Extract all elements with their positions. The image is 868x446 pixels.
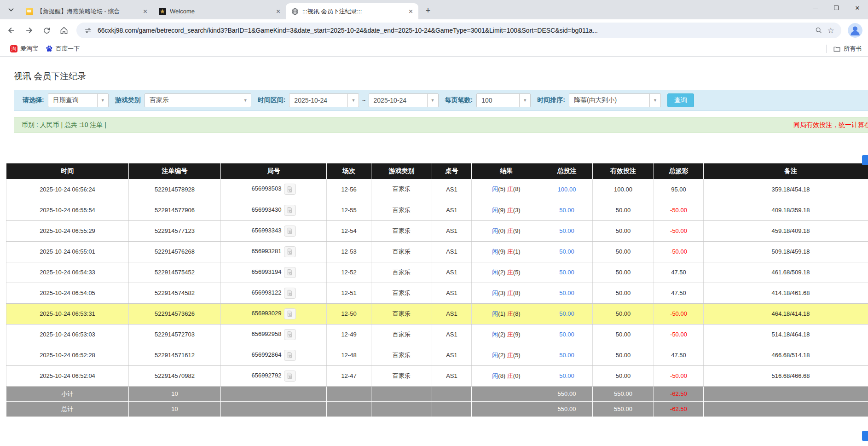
search-button[interactable]: 查询: [667, 93, 694, 107]
cell-round: 656992958: [221, 324, 327, 345]
cell-session: 12-52: [327, 262, 371, 283]
back-button[interactable]: [4, 23, 19, 38]
cell-total-bet: 50.00: [541, 200, 593, 220]
cell-game-type: 百家乐: [371, 365, 432, 386]
url-text[interactable]: 66cxkj98.com/game/betrecord_search/kind3…: [98, 27, 813, 34]
minimize-button[interactable]: [804, 0, 826, 16]
close-icon: ✕: [855, 5, 860, 12]
total-bet-link[interactable]: 100.00: [558, 186, 576, 193]
date-end-select[interactable]: 2025-10-24 ▼: [369, 93, 439, 107]
browser-tab-2[interactable]: Welcome ✕: [153, 3, 286, 19]
sort-select[interactable]: 降冪(由大到小) ▼: [569, 93, 661, 107]
all-bookmarks[interactable]: 所有书: [826, 45, 862, 53]
tab-close-icon[interactable]: ✕: [274, 7, 282, 15]
profile-avatar[interactable]: [848, 23, 862, 38]
video-replay-button[interactable]: [284, 184, 296, 195]
cell-result: 闲(0) 庄(9): [472, 220, 541, 241]
browser-tab-3-active[interactable]: :::视讯 会员下注纪录::: ✕: [286, 3, 418, 19]
round-id: 656993194: [251, 268, 281, 275]
zoom-button[interactable]: [813, 24, 825, 36]
chevron-down-icon: ▼: [519, 94, 530, 107]
footer-payout: -62.50: [654, 401, 704, 417]
tab-search-button[interactable]: [5, 3, 17, 16]
cell-payout: -50.00: [654, 220, 704, 241]
table-header-row: 时间注单编号局号场次游戏类别桌号结果总投注有效投注总派彩备注: [6, 163, 868, 179]
maximize-button[interactable]: [826, 0, 847, 16]
total-bet-link[interactable]: 50.00: [559, 352, 574, 359]
cell-valid-bet: 50.00: [593, 220, 654, 241]
cell-game-type: 百家乐: [371, 220, 432, 241]
video-replay-button[interactable]: [284, 246, 296, 257]
footer-payout: -62.50: [654, 386, 704, 401]
table-footer-row: 总计10550.00550.00-62.50: [6, 401, 868, 417]
total-bet-link[interactable]: 50.00: [559, 248, 574, 255]
browser-toolbar: 66cxkj98.com/game/betrecord_search/kind3…: [0, 19, 868, 41]
cell-bet-id: 522914574582: [129, 283, 221, 303]
video-replay-button[interactable]: [284, 308, 296, 319]
home-button[interactable]: [56, 23, 72, 38]
reload-button[interactable]: [39, 23, 54, 38]
minimize-icon: [813, 8, 818, 8]
video-replay-button[interactable]: [284, 329, 296, 340]
cell-game-type: 百家乐: [371, 345, 432, 365]
new-tab-button[interactable]: +: [422, 5, 434, 17]
currency-summary: 币别 : 人民币 | 总共 :10 注单 |: [22, 121, 106, 129]
cell-game-type: 百家乐: [371, 283, 432, 303]
cell-game-type: 百家乐: [371, 262, 432, 283]
cell-valid-bet: 100.00: [593, 179, 654, 200]
site-settings-button[interactable]: [82, 24, 94, 36]
tab-title: Welcome: [170, 8, 271, 15]
per-page-select[interactable]: 100 ▼: [476, 93, 531, 107]
video-replay-button[interactable]: [284, 350, 296, 361]
total-bet-link[interactable]: 50.00: [559, 290, 574, 296]
date-start-select[interactable]: 2025-10-24 ▼: [289, 93, 359, 107]
close-window-button[interactable]: ✕: [847, 0, 868, 16]
cell-result: 闲(9) 庄(3): [472, 200, 541, 220]
total-bet-link[interactable]: 50.00: [559, 310, 574, 317]
cell-round: 656993029: [221, 303, 327, 324]
total-bet-link[interactable]: 50.00: [559, 227, 574, 234]
cell-round: 656993430: [221, 200, 327, 220]
floating-edge-button-bottom[interactable]: [862, 431, 868, 441]
total-bet-link[interactable]: 50.00: [559, 331, 574, 338]
valid-bet-notice: 同局有效投注，统一计算在该局第一张注单内: [793, 121, 868, 129]
cell-payout: 47.50: [654, 262, 704, 283]
game-type-select[interactable]: 百家乐 ▼: [145, 93, 251, 107]
cell-bet-id: 522914572703: [129, 324, 221, 345]
tab-title: 【新提醒】海燕策略论坛 - 综合: [37, 7, 138, 16]
cell-game-type: 百家乐: [371, 200, 432, 220]
footer-empty-cell: [472, 401, 541, 417]
summary-bar: 币别 : 人民币 | 总共 :10 注单 | 同局有效投注，统一计算在该局第一张…: [14, 117, 868, 133]
cell-round: 656992792: [221, 365, 327, 386]
bookmark-star-icon[interactable]: ☆: [825, 24, 837, 36]
bookmark-baidu[interactable]: 百度一下: [42, 43, 83, 55]
query-type-select[interactable]: 日期查询 ▼: [48, 93, 109, 107]
video-replay-button[interactable]: [284, 288, 296, 299]
cell-bet-id: 522914573626: [129, 303, 221, 324]
tab-close-icon[interactable]: ✕: [141, 7, 149, 15]
cell-session: 12-48: [327, 345, 371, 365]
total-bet-link[interactable]: 50.00: [559, 207, 574, 214]
floating-edge-button-top[interactable]: [862, 155, 868, 165]
bookmark-taobao[interactable]: 淘 爱淘宝: [6, 43, 42, 55]
video-replay-button[interactable]: [284, 267, 296, 278]
total-bet-link[interactable]: 50.00: [559, 269, 574, 276]
browser-tab-1[interactable]: 【新提醒】海燕策略论坛 - 综合 ✕: [20, 3, 153, 19]
column-header: 注单编号: [129, 163, 221, 179]
cell-valid-bet: 50.00: [593, 200, 654, 220]
cell-game-type: 百家乐: [371, 303, 432, 324]
cell-bet-id: 522914570982: [129, 365, 221, 386]
video-replay-button[interactable]: [284, 205, 296, 216]
film-icon: [286, 331, 293, 338]
tab-close-icon[interactable]: ✕: [407, 7, 415, 15]
cell-remark: 514.18/464.18: [704, 324, 868, 345]
cell-table-no: AS1: [432, 324, 472, 345]
video-replay-button[interactable]: [284, 371, 296, 382]
forward-button[interactable]: [21, 23, 37, 38]
address-bar[interactable]: 66cxkj98.com/game/betrecord_search/kind3…: [76, 23, 841, 38]
cell-payout: 95.00: [654, 179, 704, 200]
cell-total-bet: 50.00: [541, 365, 593, 386]
video-replay-button[interactable]: [284, 226, 296, 237]
total-bet-link[interactable]: 50.00: [559, 372, 574, 379]
folder-icon: [833, 45, 841, 53]
